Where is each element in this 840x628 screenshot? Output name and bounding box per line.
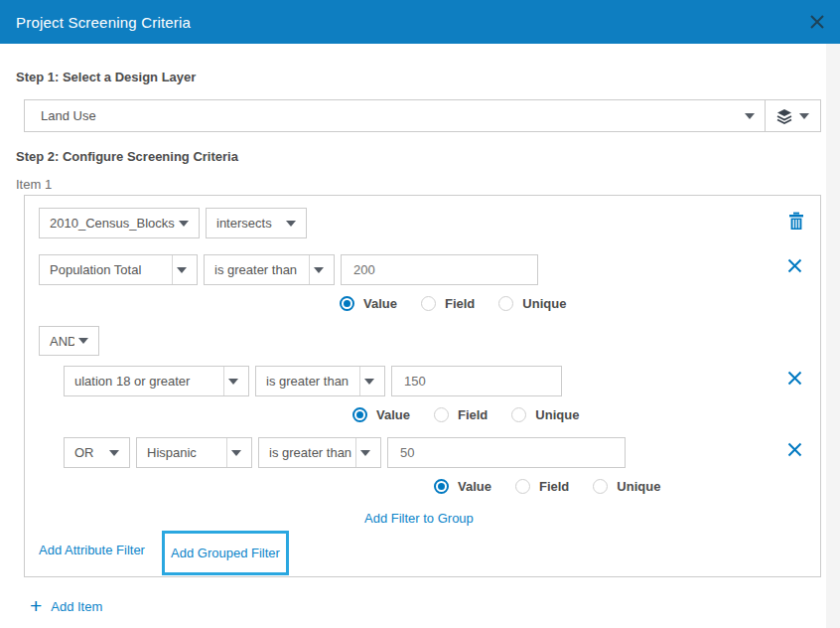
delete-item-button[interactable]	[788, 212, 804, 231]
filter3-value-input[interactable]	[387, 437, 626, 468]
radio-selected-icon	[434, 479, 449, 494]
group-conjunction-value: AND	[40, 334, 74, 349]
chevron-down-icon	[109, 450, 119, 456]
spatial-predicate-value: intersects	[207, 216, 282, 231]
add-grouped-filter-link[interactable]: Add Grouped Filter	[171, 546, 280, 560]
step1-heading: Step 1: Select a Design Layer	[16, 70, 196, 84]
radio-unselected-icon	[434, 407, 449, 422]
add-item-button[interactable]: + Add Item	[30, 596, 102, 616]
filter-row-1: Population Total is greater than	[39, 254, 538, 285]
filter1-value-input[interactable]	[341, 254, 538, 285]
filter2-operator-select[interactable]: is greater than	[255, 366, 385, 396]
layer-filter-row: 2010_Census_Blocks intersects	[39, 208, 307, 238]
layer-list-button[interactable]	[765, 100, 820, 131]
filter2-operator-value: is greater than	[256, 374, 359, 389]
item-label: Item 1	[16, 177, 52, 192]
filter3-mode-radios: Value Field Unique	[434, 479, 672, 494]
design-layer-value: Land Use	[25, 108, 741, 123]
filter1-mode-radios: Value Field Unique	[340, 296, 578, 311]
radio-field[interactable]: Field	[434, 407, 488, 422]
close-icon	[787, 371, 802, 386]
filter-row-2: ulation 18 or greater is greater than	[64, 366, 562, 396]
chevron-down-icon	[286, 221, 296, 227]
radio-unique[interactable]: Unique	[498, 296, 566, 311]
filter2-field-value: ulation 18 or greater	[65, 374, 223, 389]
remove-filter2-button[interactable]	[787, 371, 802, 386]
add-grouped-filter-highlight: Add Grouped Filter	[162, 531, 289, 575]
radio-selected-icon	[352, 407, 367, 422]
radio-value[interactable]: Value	[340, 296, 397, 311]
radio-field[interactable]: Field	[515, 479, 569, 494]
filter3-field-select[interactable]: Hispanic	[136, 437, 252, 468]
radio-value[interactable]: Value	[352, 407, 410, 422]
filter3-conjunction-value: OR	[65, 445, 105, 460]
filter3-field-value: Hispanic	[137, 445, 226, 460]
filter1-field-select[interactable]: Population Total	[39, 254, 198, 285]
remove-filter3-button[interactable]	[787, 442, 802, 457]
close-icon[interactable]	[807, 12, 827, 32]
scrollbar-track[interactable]	[826, 44, 840, 628]
chevron-down-icon	[799, 113, 809, 119]
close-icon	[787, 442, 802, 457]
filter2-mode-radios: Value Field Unique	[352, 407, 591, 422]
filter-row-3: OR Hispanic is greater than	[64, 437, 626, 468]
chevron-down-icon	[364, 379, 374, 385]
radio-value[interactable]: Value	[434, 479, 491, 494]
radio-unselected-icon	[515, 479, 530, 494]
chevron-down-icon	[179, 221, 189, 227]
modal-header: Project Screening Criteria	[0, 0, 840, 44]
filter2-value-input[interactable]	[391, 366, 562, 396]
step2-heading: Step 2: Configure Screening Criteria	[16, 149, 238, 164]
filter2-field-select[interactable]: ulation 18 or greater	[64, 366, 249, 396]
design-layer-select[interactable]: Land Use	[25, 100, 765, 131]
radio-unselected-icon	[421, 296, 436, 311]
add-attribute-filter-link[interactable]: Add Attribute Filter	[39, 543, 145, 557]
radio-unselected-icon	[498, 296, 513, 311]
radio-unique[interactable]: Unique	[593, 479, 660, 494]
add-filter-to-group-link[interactable]: Add Filter to Group	[364, 511, 474, 526]
spatial-predicate-select[interactable]: intersects	[206, 208, 307, 238]
modal-title: Project Screening Criteria	[0, 14, 191, 31]
radio-field[interactable]: Field	[421, 296, 475, 311]
radio-unselected-icon	[511, 407, 526, 422]
filter3-conjunction-select[interactable]: OR	[64, 437, 130, 468]
chevron-down-icon	[228, 379, 238, 385]
filter3-operator-select[interactable]: is greater than	[258, 437, 381, 468]
chevron-down-icon	[745, 113, 755, 119]
radio-selected-icon	[340, 296, 354, 311]
trash-icon	[788, 212, 804, 231]
chevron-down-icon	[231, 450, 241, 456]
layers-icon	[776, 108, 792, 124]
filter3-operator-value: is greater than	[259, 445, 355, 460]
radio-unique[interactable]: Unique	[511, 407, 579, 422]
chevron-down-icon	[360, 450, 370, 456]
filter1-operator-value: is greater than	[205, 262, 309, 277]
filter1-operator-select[interactable]: is greater than	[204, 254, 335, 285]
census-layer-select[interactable]: 2010_Census_Blocks	[39, 208, 200, 238]
item-1-panel: 2010_Census_Blocks intersects Population…	[24, 195, 821, 577]
chevron-down-icon	[78, 338, 88, 344]
add-item-label: Add Item	[51, 599, 102, 614]
remove-filter1-button[interactable]	[787, 258, 802, 273]
chevron-down-icon	[177, 267, 187, 273]
chevron-down-icon	[314, 267, 324, 273]
group-conjunction-select[interactable]: AND	[39, 326, 99, 356]
filter1-field-value: Population Total	[40, 262, 172, 277]
close-icon	[787, 258, 802, 273]
radio-unselected-icon	[593, 479, 608, 494]
plus-icon: +	[30, 596, 42, 616]
census-layer-value: 2010_Census_Blocks	[40, 216, 175, 231]
design-layer-control: Land Use	[24, 99, 821, 132]
